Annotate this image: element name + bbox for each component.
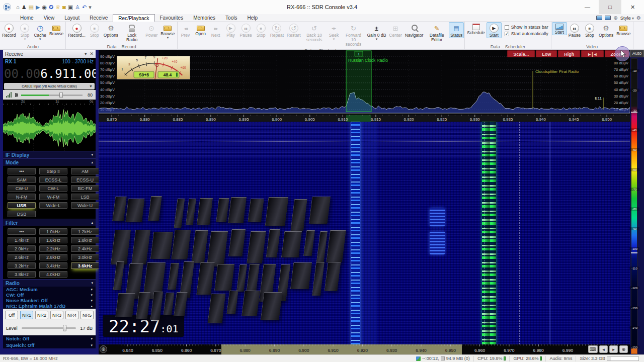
maximize-button[interactable]: □ bbox=[599, 0, 621, 14]
panel-collapse-icon[interactable]: ▾ bbox=[85, 51, 87, 56]
ribbon-options-button[interactable]: Options bbox=[102, 22, 120, 38]
radio-setting-noise-blanker[interactable]: Noise Blanker: Off▾ bbox=[3, 298, 96, 303]
style-selector[interactable]: Style bbox=[620, 15, 634, 21]
squelch-row[interactable]: Squelch: Off▾ bbox=[3, 342, 96, 348]
ribbon-cache-button[interactable]: Cache▾ bbox=[32, 22, 48, 41]
menu-rec-playback[interactable]: Rec/Playback bbox=[113, 14, 154, 22]
mode-more-button[interactable]: ••• bbox=[8, 168, 36, 174]
panel-close-icon[interactable]: ✕ bbox=[90, 51, 94, 56]
menu-receive[interactable]: Receive bbox=[85, 14, 113, 22]
ribbon-pause-button[interactable]: Pause bbox=[567, 22, 582, 38]
filter-3-6khz-button[interactable]: 3.6kHz bbox=[71, 262, 99, 269]
menu-layout[interactable]: Layout bbox=[59, 14, 85, 22]
colorbar-bottom-button[interactable] bbox=[631, 348, 637, 354]
ribbon-lock-radio-button[interactable]: Lock Radio bbox=[120, 22, 144, 43]
ribbon-record-button[interactable]: Record bbox=[1, 22, 17, 38]
favourite-icon[interactable]: ♕ bbox=[55, 4, 60, 11]
mode-lsb-button[interactable]: LSB bbox=[71, 194, 99, 200]
section-filter[interactable]: Filter▴ bbox=[3, 219, 96, 226]
ribbon-browse-button[interactable]: Browse▾ bbox=[159, 22, 176, 40]
menu-tools[interactable]: Tools bbox=[220, 14, 242, 22]
menu-memories[interactable]: Memories bbox=[188, 14, 220, 22]
spectrum-scale-button[interactable]: Scale... bbox=[507, 50, 535, 57]
audio-device-dropdown[interactable]: CABLE Input (VB Audio Virtual Cable) ▼ bbox=[4, 83, 95, 89]
filter-1-4khz-button[interactable]: 1.4kHz bbox=[8, 237, 36, 243]
spectrum-frequency-scale[interactable]: 6.8756.8806.8856.8906.8956.9006.9056.910… bbox=[99, 115, 630, 122]
checkbox-show-in-status-bar[interactable]: Show in status bar bbox=[505, 25, 548, 30]
play-icon[interactable]: ▶ bbox=[36, 4, 40, 11]
minimize-button[interactable]: — bbox=[576, 0, 599, 14]
mode-usb-button[interactable]: USB bbox=[8, 202, 36, 209]
filter-2-2khz-button[interactable]: 2.2kHz bbox=[39, 245, 67, 252]
nr-nr1-button[interactable]: NR1 bbox=[20, 311, 33, 319]
spectrum-more-button[interactable]: ►|◄ bbox=[581, 50, 603, 57]
ribbon-navigator-button[interactable]: Navigator bbox=[404, 22, 425, 38]
colorbar-auto-button[interactable]: Auto bbox=[630, 50, 644, 57]
ribbon-record-button[interactable]: Record... bbox=[66, 22, 87, 38]
person-icon[interactable]: ♙ bbox=[75, 4, 80, 11]
mode-ecss-l-button[interactable]: ECSS-L bbox=[39, 176, 67, 183]
zoom-in-icon[interactable]: ⊕ bbox=[619, 345, 628, 353]
ribbon-browse-button[interactable]: Browse bbox=[615, 22, 632, 37]
menu-view[interactable]: View bbox=[39, 14, 60, 22]
filter-2-0khz-button[interactable]: 2.0kHz bbox=[8, 245, 36, 252]
ribbon-stop-button[interactable]: Stop bbox=[582, 22, 597, 38]
ribbon-browse-button[interactable]: Browse bbox=[48, 22, 65, 37]
speaker-icon[interactable] bbox=[15, 93, 18, 97]
nr-nr3-button[interactable]: NR3 bbox=[50, 311, 63, 319]
mode-w-fm-button[interactable]: W-FM bbox=[39, 194, 67, 200]
nr-nr4-button[interactable]: NR4 bbox=[65, 311, 78, 319]
step-right-icon[interactable]: ▸ bbox=[609, 345, 618, 353]
filter-1-8khz-button[interactable]: 1.8kHz bbox=[71, 237, 99, 243]
ribbon-datafile-editor-button[interactable]: Datafile Editor bbox=[425, 22, 449, 43]
menu-home[interactable]: Home bbox=[15, 14, 39, 22]
filter-3-2khz-button[interactable]: 3.2kHz bbox=[8, 262, 36, 269]
mode-wide-u-button[interactable]: Wide-U bbox=[71, 202, 99, 209]
keyboard-icon[interactable]: ⌨ bbox=[588, 345, 598, 353]
filter-1-2khz-button[interactable]: 1.2kHz bbox=[71, 228, 99, 235]
menu-favourites[interactable]: Favourites bbox=[155, 14, 189, 22]
mode-step-button[interactable]: Step ≡ bbox=[39, 168, 67, 174]
menu-help[interactable]: Help bbox=[242, 14, 263, 22]
spectrum-low-button[interactable]: Low bbox=[536, 50, 557, 57]
ribbon-start-button[interactable]: Start bbox=[552, 22, 567, 35]
ribbon-start-button[interactable]: Start bbox=[487, 22, 502, 38]
mode-bc-fm-button[interactable]: BC-FM bbox=[71, 185, 99, 192]
undo-icon[interactable]: ↶ bbox=[82, 4, 87, 11]
colorbar-handle-low[interactable] bbox=[631, 252, 637, 253]
nr-level-slider[interactable] bbox=[22, 325, 76, 331]
band-navigator-scale[interactable]: 6.8406.8506.8606.8706.8806.8906.9006.910… bbox=[99, 344, 630, 354]
nr-off-button[interactable]: Off bbox=[5, 311, 18, 319]
nr-level-slider-handle[interactable] bbox=[63, 325, 66, 331]
ribbon-options-button[interactable]: Options bbox=[597, 22, 615, 38]
record-icon[interactable]: ◉ bbox=[42, 4, 47, 11]
ribbon-schedule-button[interactable]: Schedule bbox=[465, 22, 486, 36]
mode-cw-u-button[interactable]: CW-U bbox=[8, 185, 36, 192]
close-button[interactable]: ✕ bbox=[621, 0, 644, 14]
radio-setting-nr1[interactable]: NR1: Ephraim Malah 17dB▴ bbox=[3, 303, 96, 309]
mode-am-button[interactable]: AM bbox=[71, 168, 99, 174]
compass-icon[interactable]: ✪ bbox=[49, 4, 53, 11]
app-icon[interactable] bbox=[3, 3, 11, 11]
notch-row[interactable]: Notch: Off▾ bbox=[3, 335, 96, 342]
radio-setting-agc[interactable]: AGC: Medium▾ bbox=[3, 287, 96, 292]
mode-wide-l-button[interactable]: Wide-L bbox=[39, 202, 67, 209]
spectrum-display[interactable]: 90 dBµV80 dBµV80 dBµV70 dBµV70 dBµV60 dB… bbox=[99, 50, 630, 115]
frequency-display[interactable]: 00.006.911.000 bbox=[3, 65, 96, 82]
monitor-secondary-icon[interactable] bbox=[605, 16, 611, 20]
users-icon[interactable]: ♟ bbox=[22, 4, 27, 11]
monitor-primary-icon[interactable] bbox=[596, 16, 602, 20]
mode-ecss-u-button[interactable]: ECSS-U bbox=[71, 176, 99, 183]
filter-3-8khz-button[interactable]: 3.8kHz bbox=[8, 271, 36, 278]
filter-2-4khz-button[interactable]: 2.4kHz bbox=[71, 245, 99, 252]
section-radio[interactable]: Radio▾ bbox=[3, 279, 96, 287]
filter-1-0khz-button[interactable]: 1.0kHz bbox=[39, 228, 67, 235]
settings-gear-icon[interactable] bbox=[636, 15, 641, 21]
radio-setting-cw[interactable]: CW: Off▾ bbox=[3, 292, 96, 298]
filter-1-6khz-button[interactable]: 1.6kHz bbox=[39, 237, 67, 243]
filter-2-8khz-button[interactable]: 2.8kHz bbox=[39, 254, 67, 260]
filter-3-0khz-button[interactable]: 3.0kHz bbox=[71, 254, 99, 260]
camera-icon[interactable]: ▣ bbox=[68, 4, 73, 11]
nr-nr2-button[interactable]: NR2 bbox=[35, 311, 48, 319]
ribbon-open-button[interactable]: Open bbox=[193, 22, 208, 37]
